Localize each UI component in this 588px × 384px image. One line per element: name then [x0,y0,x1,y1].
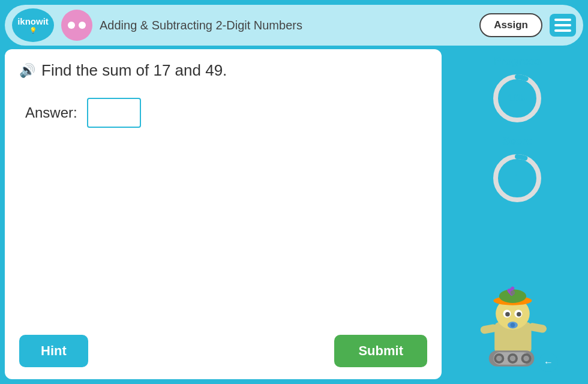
score-label: Score [502,135,532,148]
answer-label: Answer: [25,104,77,121]
logo-text: iknowit [17,17,49,27]
question-text: Find the sum of 17 and 49. [41,61,227,80]
mascot-area: ← [475,215,559,373]
panel-divider [445,49,448,379]
menu-button[interactable] [550,14,576,37]
lesson-title: Adding & Subtracting 2-Digit Numbers [100,19,472,32]
bottom-buttons: Hint Submit [19,329,427,367]
main-area: 🔊 Find the sum of 17 and 49. Answer: Hin… [5,49,583,379]
question-panel: 🔊 Find the sum of 17 and 49. Answer: Hin… [5,49,442,379]
back-button[interactable]: ← [539,353,558,372]
lightbulb-icon: 💡 [17,27,49,34]
svg-point-13 [505,312,510,317]
dice-icon [61,10,92,41]
app-container: iknowit 💡 Adding & Subtracting 2-Digit N… [0,0,588,384]
hint-button[interactable]: Hint [19,335,88,367]
svg-point-25 [510,356,515,361]
menu-bar-1 [554,19,571,21]
speaker-icon[interactable]: 🔊 [19,63,35,79]
svg-point-10 [511,290,515,295]
question-row: 🔊 Find the sum of 17 and 49. [19,61,427,80]
answer-input[interactable] [87,98,141,128]
dot2 [79,22,86,29]
svg-point-14 [517,312,521,317]
logo-container: iknowit 💡 [12,8,54,42]
progress-section: Progress 1/15 [490,55,544,125]
svg-point-16 [511,323,515,328]
side-panel: Progress 1/15 Score 1 [451,49,583,379]
score-value: 1 [515,173,520,184]
svg-point-24 [496,356,502,361]
menu-bar-3 [554,29,571,32]
dot1 [68,22,75,29]
score-section: Score 1 [490,135,544,205]
progress-value: 1/15 [508,93,526,104]
progress-label: Progress [494,55,541,68]
submit-button[interactable]: Submit [334,335,427,367]
progress-ring: 1/15 [490,71,544,125]
menu-bar-2 [554,24,571,26]
score-ring: 1 [490,151,544,205]
answer-row: Answer: [25,98,427,128]
dice-dots [68,22,86,29]
assign-button[interactable]: Assign [479,13,542,37]
svg-point-26 [523,356,529,361]
header: iknowit 💡 Adding & Subtracting 2-Digit N… [5,5,583,46]
